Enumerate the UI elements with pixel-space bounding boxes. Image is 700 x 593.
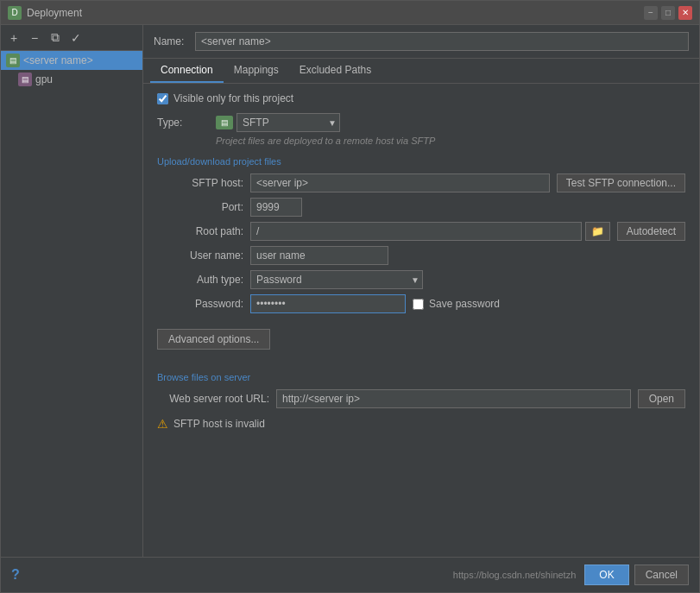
help-button[interactable]: ? (11, 567, 20, 583)
visible-checkbox-label: Visible only for this project (173, 92, 293, 104)
web-url-label: Web server root URL: (157, 393, 269, 405)
save-password-checkbox[interactable] (413, 299, 424, 310)
copy-button[interactable]: ⧉ (46, 28, 65, 47)
close-button[interactable]: ✕ (678, 6, 692, 20)
footer-note: https://blog.csdn.net/shinetzh (453, 570, 576, 580)
footer-right: https://blog.csdn.net/shinetzh OK Cancel (453, 565, 689, 585)
visible-checkbox[interactable] (157, 93, 168, 104)
sftp-host-input[interactable] (250, 173, 550, 192)
app-icon: D (8, 6, 22, 20)
warning-text: SFTP host is invalid (173, 418, 265, 430)
sidebar-item-server-name-label: <server name> (23, 54, 93, 66)
server-icon: ▤ (6, 54, 20, 67)
warning-row: ⚠ SFTP host is invalid (157, 417, 685, 431)
folder-browse-button[interactable]: 📁 (585, 222, 610, 241)
footer: ? https://blog.csdn.net/shinetzh OK Canc… (1, 557, 699, 592)
visible-checkbox-row: Visible only for this project (157, 92, 685, 104)
auth-type-select-wrapper: Password ▼ (250, 270, 423, 289)
open-button[interactable]: Open (638, 389, 685, 408)
sftp-type-icon: ▤ (216, 116, 233, 129)
sidebar-item-gpu-label: gpu (35, 73, 53, 85)
window-controls: − □ ✕ (644, 6, 692, 20)
browse-section-title: Browse files on server (157, 372, 685, 382)
add-button[interactable]: + (4, 28, 23, 47)
port-label: Port: (157, 201, 243, 213)
titlebar: D Deployment − □ ✕ (1, 1, 699, 25)
type-row: Type: ▤ SFTP ▼ (157, 113, 685, 132)
test-sftp-button[interactable]: Test SFTP connection... (557, 173, 685, 192)
gpu-icon: ▤ (18, 73, 32, 86)
sidebar-items: ▤ <server name> ▤ gpu (1, 51, 142, 557)
password-label: Password: (157, 298, 243, 310)
save-password-row: Save password (413, 298, 500, 310)
sidebar-item-server-name[interactable]: ▤ <server name> (1, 51, 142, 70)
type-select[interactable]: SFTP (236, 113, 340, 132)
user-name-label: User name: (157, 249, 243, 262)
remove-button[interactable]: − (25, 28, 44, 47)
maximize-button[interactable]: □ (661, 6, 675, 20)
tab-excluded-paths[interactable]: Excluded Paths (289, 59, 382, 83)
minimize-button[interactable]: − (644, 6, 658, 20)
cancel-button[interactable]: Cancel (634, 565, 689, 585)
web-url-input[interactable] (276, 389, 631, 408)
auth-type-label: Auth type: (157, 274, 243, 286)
check-button[interactable]: ✓ (66, 28, 85, 47)
advanced-options-button[interactable]: Advanced options... (157, 329, 270, 350)
autodetect-button[interactable]: Autodetect (617, 222, 685, 241)
connection-panel: Visible only for this project Type: ▤ SF… (143, 84, 699, 557)
sidebar-toolbar: + − ⧉ ✓ (1, 25, 142, 51)
tab-mappings[interactable]: Mappings (224, 59, 289, 83)
tab-connection[interactable]: Connection (150, 59, 224, 83)
root-path-label: Root path: (157, 225, 243, 237)
name-input[interactable] (195, 32, 689, 51)
main-panel: Name: Connection Mappings Excluded Paths… (143, 25, 699, 557)
root-path-input[interactable] (250, 222, 582, 241)
type-label: Type: (157, 117, 209, 129)
main-content: + − ⧉ ✓ ▤ <server name> ▤ gpu Name: (1, 25, 699, 557)
password-input[interactable] (250, 294, 406, 313)
deployment-window: D Deployment − □ ✕ + − ⧉ ✓ ▤ <server nam… (0, 0, 700, 593)
type-select-wrapper: SFTP ▼ (236, 113, 340, 132)
web-url-row: Web server root URL: Open (157, 389, 685, 408)
name-row: Name: (143, 25, 699, 59)
type-hint: Project files are deployed to a remote h… (216, 136, 685, 146)
tabs: Connection Mappings Excluded Paths (143, 59, 699, 84)
ok-button[interactable]: OK (584, 565, 628, 585)
sidebar: + − ⧉ ✓ ▤ <server name> ▤ gpu (1, 25, 143, 557)
save-password-label: Save password (429, 298, 500, 310)
name-label: Name: (154, 35, 188, 47)
warning-icon: ⚠ (157, 417, 168, 431)
upload-section-title: Upload/download project files (157, 156, 685, 167)
sidebar-item-gpu[interactable]: ▤ gpu (1, 70, 142, 89)
sftp-host-label: SFTP host: (157, 177, 243, 189)
window-title: Deployment (27, 7, 644, 19)
auth-type-select[interactable]: Password (250, 270, 423, 289)
user-name-input[interactable] (250, 246, 388, 265)
port-input[interactable] (250, 198, 302, 217)
